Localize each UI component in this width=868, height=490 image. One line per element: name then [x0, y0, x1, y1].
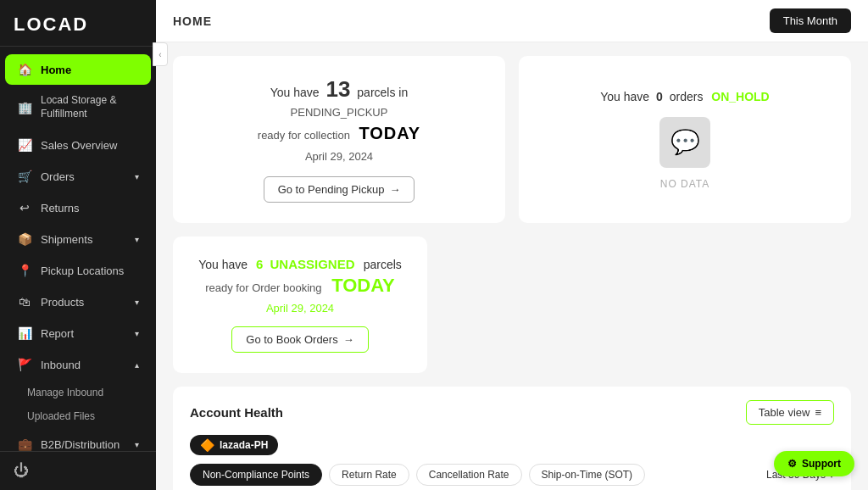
pending-pre: You have: [270, 86, 320, 99]
inbound-icon: 🚩: [17, 358, 32, 371]
unassigned-card: You have 6 UNASSIGNED parcels ready for …: [173, 237, 427, 373]
tab-ship-on-time-label: Ship-on-Time (SOT): [542, 469, 633, 481]
sidebar-item-shipments-label: Shipments: [41, 233, 92, 246]
on-hold-middle: orders: [670, 90, 704, 103]
this-month-button[interactable]: This Month: [770, 8, 851, 33]
on-hold-prefix: You have: [600, 90, 649, 103]
platform-emoji: 🔶: [200, 438, 214, 452]
unassigned-line1: You have 6 UNASSIGNED parcels: [190, 257, 410, 271]
table-view-label: Table view: [759, 406, 810, 419]
storage-icon: 🏢: [17, 101, 32, 114]
tab-ship-on-time[interactable]: Ship-on-Time (SOT): [529, 464, 646, 486]
book-orders-label: Go to Book Orders: [246, 333, 337, 346]
tab-return-rate[interactable]: Return Rate: [329, 464, 409, 486]
table-view-button[interactable]: Table view ≡: [746, 400, 834, 425]
account-health-section: Account Health Table view ≡ 🔶 lazada-PH …: [173, 387, 851, 490]
support-fab[interactable]: ⚙ Support: [774, 451, 854, 476]
products-icon: 🛍: [17, 295, 32, 309]
no-data-text: NO DATA: [660, 178, 710, 190]
platform-label: lazada-PH: [220, 439, 268, 451]
home-icon: 🏠: [17, 63, 32, 76]
pending-count: 13: [326, 76, 351, 102]
products-chevron-icon: ▾: [135, 298, 139, 307]
nav-items: 🏠 Home 🏢 Locad Storage & Fulfillment 📈 S…: [0, 47, 156, 451]
unassigned-line2: ready for Order booking TODAY: [190, 275, 410, 297]
sidebar-item-b2b[interactable]: 💼 B2B/Distribution ▾: [5, 429, 151, 451]
no-data-icon: 💬: [659, 117, 710, 168]
unassigned-today: TODAY: [331, 275, 395, 296]
pending-today-badge: TODAY: [359, 124, 420, 142]
sidebar-item-products[interactable]: 🛍 Products ▾: [5, 287, 151, 317]
topbar: HOME This Month: [156, 0, 868, 42]
metric-tabs: Non-Compliance Points Return Rate Cancel…: [190, 464, 834, 486]
sidebar: LOCAD 🏠 Home 🏢 Locad Storage & Fulfillme…: [0, 0, 156, 490]
sales-icon: 📈: [17, 138, 32, 152]
on-hold-count: 0: [656, 90, 663, 103]
manage-inbound-label: Manage Inbound: [27, 387, 103, 398]
cards-row-2: You have 6 UNASSIGNED parcels ready for …: [173, 237, 851, 373]
shipments-icon: 📦: [17, 232, 32, 246]
orders-chevron-icon: ▾: [135, 172, 139, 181]
returns-icon: ↩: [17, 201, 32, 214]
tab-non-compliance[interactable]: Non-Compliance Points: [190, 464, 322, 486]
tab-non-compliance-label: Non-Compliance Points: [203, 469, 309, 481]
logo: LOCAD: [0, 0, 156, 47]
pending-status: PENDING_PICKUP: [190, 106, 488, 119]
unassigned-ready-text: ready for Order booking: [205, 281, 321, 294]
on-hold-title: You have 0 orders ON_HOLD: [600, 90, 769, 103]
orders-icon: 🛒: [17, 170, 32, 183]
sidebar-item-returns[interactable]: ↩ Returns: [5, 192, 151, 223]
book-orders-arrow-icon: →: [343, 333, 354, 346]
inbound-chevron-icon: ▴: [135, 360, 139, 370]
on-hold-card: You have 0 orders ON_HOLD 💬 NO DATA: [519, 56, 851, 223]
sidebar-item-pickup[interactable]: 📍 Pickup Locations: [5, 255, 151, 286]
unassigned-badge-label: UNASSIGNED: [270, 257, 354, 271]
sidebar-item-sales-label: Sales Overview: [41, 139, 117, 152]
platform-tag[interactable]: 🔶 lazada-PH: [190, 435, 278, 455]
page-title: HOME: [173, 14, 212, 28]
sidebar-item-storage[interactable]: 🏢 Locad Storage & Fulfillment: [5, 86, 151, 129]
sidebar-item-products-label: Products: [41, 296, 84, 309]
tab-cancellation-rate[interactable]: Cancellation Rate: [416, 464, 522, 486]
pickup-icon: 📍: [17, 264, 32, 277]
sidebar-item-home-label: Home: [41, 64, 71, 76]
sidebar-item-report-label: Report: [41, 327, 74, 340]
cards-row-1: You have 13 parcels in PENDING_PICKUP re…: [173, 56, 851, 223]
sidebar-collapse-button[interactable]: ‹: [153, 42, 168, 66]
go-to-pending-pickup-button[interactable]: Go to Pending Pickup →: [264, 176, 415, 203]
report-chevron-icon: ▾: [135, 329, 139, 338]
sidebar-subitem-uploaded-files[interactable]: Uploaded Files: [0, 404, 156, 428]
sidebar-item-shipments[interactable]: 📦 Shipments ▾: [5, 224, 151, 254]
sidebar-item-sales[interactable]: 📈 Sales Overview: [5, 130, 151, 160]
main-area: HOME This Month You have 13 parcels in P…: [156, 0, 868, 490]
go-to-book-orders-button[interactable]: Go to Book Orders →: [231, 326, 368, 353]
sidebar-item-storage-label: Locad Storage & Fulfillment: [41, 94, 139, 120]
uploaded-files-label: Uploaded Files: [27, 410, 95, 422]
support-label: Support: [802, 458, 841, 470]
pending-ready-text: ready for collection: [258, 129, 350, 142]
sidebar-item-b2b-label: B2B/Distribution: [41, 438, 120, 451]
unassigned-pre: You have: [198, 258, 248, 271]
table-view-icon: ≡: [815, 406, 821, 419]
sidebar-item-home[interactable]: 🏠 Home: [5, 54, 151, 85]
unassigned-count: 6: [256, 257, 263, 271]
account-health-header: Account Health Table view ≡: [190, 400, 834, 425]
power-button[interactable]: ⏻: [10, 459, 32, 482]
sidebar-subitem-manage-inbound[interactable]: Manage Inbound: [0, 381, 156, 404]
sidebar-item-inbound[interactable]: 🚩 Inbound ▴: [5, 349, 151, 380]
sidebar-item-returns-label: Returns: [41, 202, 80, 214]
tab-cancellation-rate-label: Cancellation Rate: [429, 469, 509, 481]
pending-date: April 29, 2024: [190, 150, 488, 163]
pending-ready-row: ready for collection TODAY: [190, 124, 488, 143]
sidebar-item-orders[interactable]: 🛒 Orders ▾: [5, 161, 151, 192]
tab-return-rate-label: Return Rate: [342, 469, 397, 481]
go-to-pending-label: Go to Pending Pickup: [278, 183, 385, 196]
sidebar-bottom: ⏻: [0, 451, 156, 490]
b2b-chevron-icon: ▾: [135, 440, 139, 449]
sidebar-item-pickup-label: Pickup Locations: [41, 264, 124, 277]
account-health-title: Account Health: [190, 405, 283, 420]
sidebar-item-inbound-label: Inbound: [41, 359, 81, 371]
unassigned-post: parcels: [364, 258, 402, 271]
sidebar-item-report[interactable]: 📊 Report ▾: [5, 318, 151, 348]
b2b-icon: 💼: [17, 437, 32, 451]
